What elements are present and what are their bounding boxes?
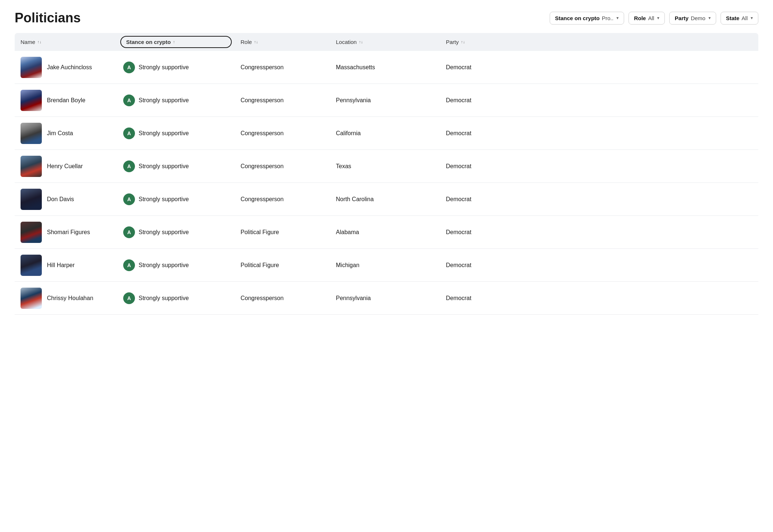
filter-bar: Stance on crypto Pro.. ▾ Role All ▾ Part…: [550, 12, 758, 25]
col-role[interactable]: Role ↑↓: [235, 38, 330, 46]
politician-name: Jim Costa: [47, 130, 73, 137]
col-role-label: Role: [241, 39, 252, 45]
col-role-sort: ↑↓: [254, 40, 258, 44]
col-name-sort: ↑↓: [37, 40, 41, 44]
stance-filter-value: Pro..: [602, 15, 613, 21]
location-cell: Pennsylvania: [330, 295, 440, 302]
party-cell: Democrat: [440, 262, 513, 269]
role-cell: Congressperson: [235, 97, 330, 104]
party-filter-value: Demo: [691, 15, 706, 21]
col-party-label: Party: [446, 39, 459, 45]
party-filter[interactable]: Party Demo ▾: [669, 12, 716, 25]
table-body: Jake Auchincloss A Strongly supportive C…: [15, 51, 758, 315]
name-cell: Jake Auchincloss: [15, 57, 117, 78]
role-cell: Congressperson: [235, 196, 330, 203]
location-cell: Massachusetts: [330, 64, 440, 71]
table-row[interactable]: Jake Auchincloss A Strongly supportive C…: [15, 51, 758, 84]
stance-filter-chevron: ▾: [616, 15, 619, 21]
party-cell: Democrat: [440, 229, 513, 236]
avatar-face: [21, 57, 42, 78]
stance-badge: A: [123, 128, 135, 139]
party-cell: Democrat: [440, 130, 513, 137]
avatar: [21, 123, 42, 144]
name-cell: Brendan Boyle: [15, 90, 117, 111]
stance-cell: A Strongly supportive: [117, 259, 235, 271]
stance-badge: A: [123, 62, 135, 73]
stance-text: Strongly supportive: [139, 295, 189, 302]
politician-name: Shomari Figures: [47, 229, 90, 236]
location-cell: North Carolina: [330, 196, 440, 203]
name-cell: Hill Harper: [15, 255, 117, 276]
name-cell: Chrissy Houlahan: [15, 288, 117, 309]
stance-filter[interactable]: Stance on crypto Pro.. ▾: [550, 12, 624, 25]
politicians-table: Name ↑↓ Stance on crypto ↑ Role ↑↓ Locat…: [0, 33, 773, 315]
avatar-face: [21, 255, 42, 276]
party-cell: Democrat: [440, 196, 513, 203]
stance-cell: A Strongly supportive: [117, 128, 235, 139]
role-filter-chevron: ▾: [657, 15, 659, 21]
politician-name: Chrissy Houlahan: [47, 295, 93, 302]
role-cell: Congressperson: [235, 130, 330, 137]
col-stance-label: Stance on crypto: [126, 39, 171, 45]
stance-badge: A: [123, 226, 135, 238]
avatar-face: [21, 156, 42, 177]
avatar: [21, 90, 42, 111]
stance-text: Strongly supportive: [139, 229, 189, 236]
stance-text: Strongly supportive: [139, 64, 189, 71]
avatar: [21, 255, 42, 276]
state-filter-label: State: [726, 15, 740, 21]
stance-badge: A: [123, 259, 135, 271]
col-name[interactable]: Name ↑↓: [15, 38, 117, 46]
role-filter[interactable]: Role All ▾: [629, 12, 665, 25]
role-filter-label: Role: [634, 15, 646, 21]
avatar: [21, 57, 42, 78]
avatar-face: [21, 123, 42, 144]
role-cell: Political Figure: [235, 229, 330, 236]
stance-text: Strongly supportive: [139, 97, 189, 104]
stance-text: Strongly supportive: [139, 262, 189, 269]
stance-text: Strongly supportive: [139, 163, 189, 170]
politician-name: Jake Auchincloss: [47, 64, 92, 71]
col-party-sort: ↑↓: [461, 40, 465, 44]
avatar-face: [21, 90, 42, 111]
avatar: [21, 156, 42, 177]
role-cell: Congressperson: [235, 64, 330, 71]
avatar-face: [21, 222, 42, 243]
col-name-label: Name: [21, 39, 35, 45]
party-cell: Democrat: [440, 163, 513, 170]
col-location-label: Location: [336, 39, 357, 45]
table-header: Name ↑↓ Stance on crypto ↑ Role ↑↓ Locat…: [15, 33, 758, 51]
politician-name: Don Davis: [47, 196, 74, 203]
table-row[interactable]: Don Davis A Strongly supportive Congress…: [15, 183, 758, 216]
avatar: [21, 288, 42, 309]
location-cell: Pennsylvania: [330, 97, 440, 104]
col-location[interactable]: Location ↑↓: [330, 38, 440, 46]
avatar-face: [21, 288, 42, 309]
stance-filter-label: Stance on crypto: [555, 15, 600, 21]
party-cell: Democrat: [440, 64, 513, 71]
state-filter-chevron: ▾: [751, 15, 753, 21]
state-filter[interactable]: State All ▾: [721, 12, 758, 25]
table-row[interactable]: Chrissy Houlahan A Strongly supportive C…: [15, 282, 758, 315]
stance-text: Strongly supportive: [139, 196, 189, 203]
politician-name: Henry Cuellar: [47, 163, 83, 170]
col-party[interactable]: Party ↑↓: [440, 38, 513, 46]
stance-cell: A Strongly supportive: [117, 292, 235, 304]
party-cell: Democrat: [440, 97, 513, 104]
party-filter-chevron: ▾: [708, 15, 711, 21]
party-filter-label: Party: [675, 15, 689, 21]
table-row[interactable]: Shomari Figures A Strongly supportive Po…: [15, 216, 758, 249]
stance-cell: A Strongly supportive: [117, 160, 235, 172]
stance-cell: A Strongly supportive: [117, 226, 235, 238]
stance-text: Strongly supportive: [139, 130, 189, 137]
table-row[interactable]: Brendan Boyle A Strongly supportive Cong…: [15, 84, 758, 117]
table-row[interactable]: Henry Cuellar A Strongly supportive Cong…: [15, 150, 758, 183]
col-stance-sort: ↑: [173, 40, 175, 44]
stance-cell: A Strongly supportive: [117, 62, 235, 73]
location-cell: Michigan: [330, 262, 440, 269]
location-cell: Alabama: [330, 229, 440, 236]
col-stance[interactable]: Stance on crypto ↑: [120, 36, 232, 48]
table-row[interactable]: Hill Harper A Strongly supportive Politi…: [15, 249, 758, 282]
role-cell: Congressperson: [235, 163, 330, 170]
table-row[interactable]: Jim Costa A Strongly supportive Congress…: [15, 117, 758, 150]
